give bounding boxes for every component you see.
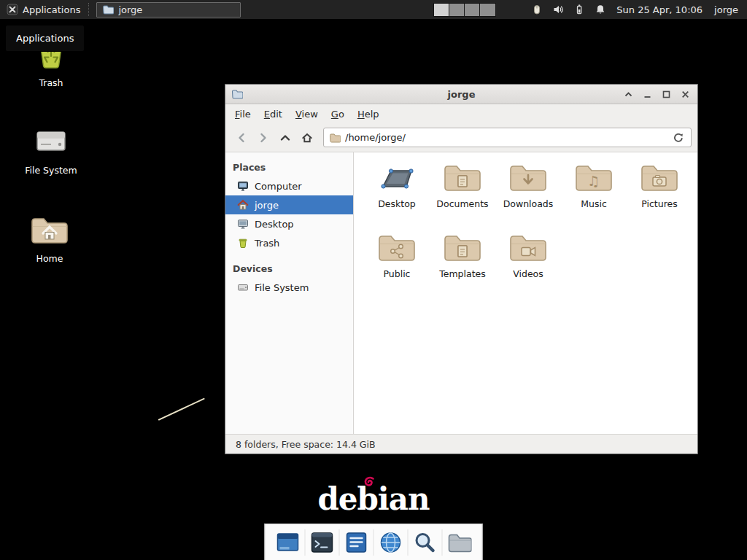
sidebar-item-label: File System bbox=[255, 282, 309, 293]
top-panel: Applications jorge Sun 25 Apr, 10:06 jor… bbox=[0, 0, 747, 19]
path-input[interactable] bbox=[345, 132, 667, 143]
sidebar: Places Computer jorge Desktop Trash Devi… bbox=[225, 152, 354, 434]
workspace-3[interactable] bbox=[465, 4, 480, 16]
user-home-icon bbox=[237, 199, 249, 211]
sidebar-item-label: jorge bbox=[255, 200, 279, 211]
computer-icon bbox=[237, 180, 249, 192]
folder-item-downloads[interactable]: Downloads bbox=[495, 161, 561, 231]
path-folder-icon bbox=[329, 132, 341, 144]
sidebar-item-filesystem[interactable]: File System bbox=[225, 278, 353, 297]
menu-file[interactable]: File bbox=[229, 106, 257, 122]
dock-app-finder-button[interactable] bbox=[409, 524, 442, 560]
notifications-bell-icon[interactable] bbox=[595, 4, 606, 15]
desktop-surface-icon bbox=[376, 161, 417, 195]
sidebar-item-desktop[interactable]: Desktop bbox=[225, 214, 353, 233]
volume-icon[interactable] bbox=[552, 4, 564, 15]
folder-item-videos[interactable]: Videos bbox=[495, 231, 561, 301]
dock-show-desktop-button[interactable] bbox=[271, 524, 305, 560]
applications-tooltip: Applications bbox=[5, 25, 85, 52]
file-grid: Desktop Documents Downloads Music Pictur… bbox=[364, 161, 696, 301]
folder-item-desktop[interactable]: Desktop bbox=[364, 161, 430, 231]
sidebar-item-computer[interactable]: Computer bbox=[225, 176, 353, 195]
window-content: Places Computer jorge Desktop Trash Devi… bbox=[225, 152, 697, 434]
shade-button[interactable] bbox=[622, 88, 635, 101]
panel-username: jorge bbox=[714, 4, 738, 15]
sidebar-item-label: Trash bbox=[255, 238, 279, 249]
file-view[interactable]: Desktop Documents Downloads Music Pictur… bbox=[354, 152, 697, 434]
dock-web-browser-button[interactable] bbox=[374, 524, 408, 560]
terminal-icon bbox=[310, 530, 335, 555]
music-folder-icon bbox=[573, 161, 614, 195]
applications-menu-button[interactable]: Applications bbox=[0, 0, 87, 19]
tooltip-text: Applications bbox=[16, 33, 74, 44]
status-text: 8 folders, Free space: 14.4 GiB bbox=[236, 439, 376, 450]
desktop-icon-home[interactable]: Home bbox=[13, 214, 86, 264]
close-button[interactable] bbox=[679, 88, 692, 101]
file-manager-window: jorge File Edit View Go Help Places bbox=[225, 84, 698, 454]
workspace-2[interactable] bbox=[449, 4, 465, 16]
reload-button[interactable] bbox=[671, 131, 686, 145]
mouse-icon[interactable] bbox=[531, 4, 543, 15]
folder-label: Documents bbox=[436, 198, 488, 209]
web-browser-globe-icon bbox=[379, 530, 403, 555]
window-titlebar[interactable]: jorge bbox=[225, 85, 697, 104]
window-icon bbox=[231, 88, 243, 100]
back-button[interactable] bbox=[231, 128, 251, 147]
menu-edit[interactable]: Edit bbox=[258, 106, 288, 122]
sidebar-item-trash[interactable]: Trash bbox=[225, 233, 353, 252]
maximize-button[interactable] bbox=[660, 88, 673, 101]
folder-label: Videos bbox=[513, 268, 543, 279]
folder-item-music[interactable]: Music bbox=[561, 161, 627, 231]
menu-go[interactable]: Go bbox=[325, 106, 350, 122]
dock-terminal-button[interactable] bbox=[306, 524, 339, 560]
panel-clock[interactable]: Sun 25 Apr, 10:06 bbox=[616, 4, 703, 15]
battery-icon[interactable] bbox=[573, 4, 585, 15]
panel-right-cluster: Sun 25 Apr, 10:06 jorge bbox=[433, 3, 747, 17]
desktop-stray-line bbox=[158, 398, 205, 421]
debian-swirl-icon bbox=[363, 475, 376, 488]
templates-folder-icon bbox=[442, 231, 483, 265]
statusbar: 8 folders, Free space: 14.4 GiB bbox=[225, 434, 697, 454]
desktop-icon-label: Home bbox=[13, 253, 86, 264]
workspace-4[interactable] bbox=[480, 4, 495, 16]
sidebar-item-label: Desktop bbox=[255, 219, 294, 230]
bottom-dock bbox=[265, 524, 483, 560]
workspace-1[interactable] bbox=[434, 4, 449, 16]
show-desktop-icon bbox=[276, 530, 301, 555]
forward-button[interactable] bbox=[253, 128, 273, 147]
public-folder-icon bbox=[376, 231, 417, 265]
window-folder-icon bbox=[102, 4, 114, 15]
desktop-icon-filesystem[interactable]: File System bbox=[15, 124, 88, 176]
up-button[interactable] bbox=[275, 128, 295, 147]
desktop-icon-label: File System bbox=[15, 165, 88, 176]
folder-item-pictures[interactable]: Pictures bbox=[627, 161, 692, 231]
menubar: File Edit View Go Help bbox=[225, 104, 697, 123]
folder-item-public[interactable]: Public bbox=[364, 231, 430, 301]
taskbar-window-label: jorge bbox=[118, 4, 142, 15]
menu-view[interactable]: View bbox=[290, 106, 324, 122]
trash-icon bbox=[237, 237, 249, 249]
path-bar[interactable] bbox=[323, 128, 692, 147]
home-button[interactable] bbox=[297, 128, 317, 147]
chevron-right-icon bbox=[258, 132, 269, 144]
downloads-folder-icon bbox=[508, 161, 549, 195]
dock-text-editor-button[interactable] bbox=[340, 524, 374, 560]
applications-label: Applications bbox=[23, 4, 80, 15]
sidebar-item-jorge[interactable]: jorge bbox=[225, 195, 353, 214]
drive-icon bbox=[34, 124, 69, 159]
devices-header: Devices bbox=[225, 260, 353, 278]
debian-wallpaper-logo: debian bbox=[0, 481, 747, 517]
folder-label: Public bbox=[384, 268, 411, 279]
pictures-folder-icon bbox=[639, 161, 680, 195]
videos-folder-icon bbox=[508, 231, 549, 265]
folder-item-documents[interactable]: Documents bbox=[430, 161, 495, 231]
folder-item-templates[interactable]: Templates bbox=[430, 231, 495, 301]
minimize-button[interactable] bbox=[641, 88, 654, 101]
folder-label: Downloads bbox=[503, 198, 554, 209]
drive-icon bbox=[237, 281, 249, 293]
menu-help[interactable]: Help bbox=[352, 106, 385, 122]
places-header: Places bbox=[225, 158, 353, 176]
taskbar-window-button[interactable]: jorge bbox=[96, 2, 241, 18]
dock-file-manager-button[interactable] bbox=[443, 524, 476, 560]
desktop-icon-label: Trash bbox=[15, 77, 88, 88]
